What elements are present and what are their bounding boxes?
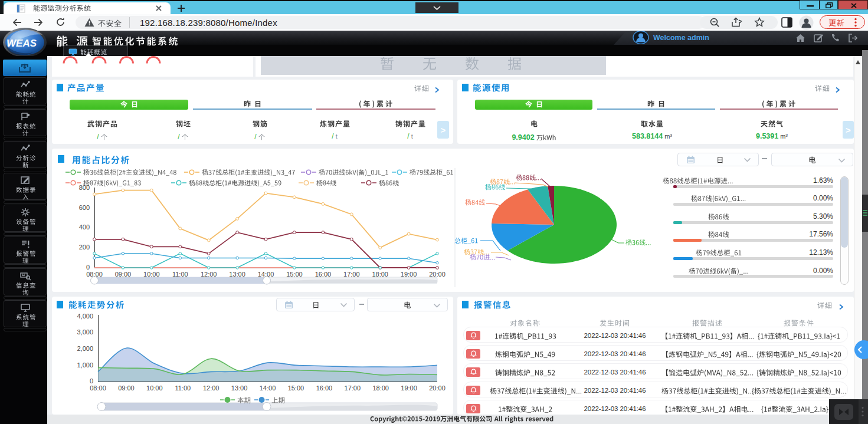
- svg-text:600: 600: [79, 204, 90, 211]
- svg-text:09:00: 09:00: [118, 384, 135, 392]
- svg-text:16:00: 16:00: [316, 384, 333, 392]
- svg-text:19:00: 19:00: [401, 384, 417, 392]
- svg-text:11:00: 11:00: [172, 271, 188, 278]
- svg-text:08:00: 08:00: [90, 384, 106, 392]
- svg-text:WEAS: WEAS: [6, 38, 37, 49]
- svg-text:17:00: 17:00: [345, 384, 361, 392]
- svg-text:12:00: 12:00: [201, 271, 217, 278]
- svg-text:3,000: 3,000: [77, 328, 93, 336]
- svg-text:18:00: 18:00: [372, 271, 388, 278]
- svg-text:17:00: 17:00: [343, 271, 360, 278]
- svg-text:13:00: 13:00: [231, 384, 248, 392]
- svg-text:16:00: 16:00: [315, 271, 332, 278]
- svg-text:15:00: 15:00: [288, 384, 304, 392]
- svg-text:400: 400: [79, 223, 90, 231]
- svg-text:10:00: 10:00: [146, 384, 163, 392]
- svg-text:800: 800: [79, 184, 90, 191]
- svg-text:200: 200: [79, 244, 90, 251]
- svg-text:4,000: 4,000: [77, 313, 93, 320]
- svg-text:19:00: 19:00: [401, 271, 417, 278]
- svg-text:0: 0: [86, 264, 90, 271]
- svg-text:0: 0: [90, 377, 93, 384]
- svg-text:20:00: 20:00: [429, 384, 446, 392]
- svg-text:14:00: 14:00: [260, 384, 276, 392]
- svg-text:18:00: 18:00: [372, 384, 389, 392]
- svg-text:15:00: 15:00: [286, 271, 303, 278]
- svg-text:12:00: 12:00: [203, 384, 220, 392]
- svg-text:09:00: 09:00: [115, 271, 132, 278]
- svg-text:10:00: 10:00: [143, 271, 160, 278]
- svg-text:11:00: 11:00: [175, 384, 191, 392]
- svg-text:13:00: 13:00: [229, 271, 245, 278]
- svg-text:1,000: 1,000: [77, 361, 93, 369]
- svg-text:20:00: 20:00: [429, 271, 446, 278]
- svg-text:2,000: 2,000: [77, 345, 93, 352]
